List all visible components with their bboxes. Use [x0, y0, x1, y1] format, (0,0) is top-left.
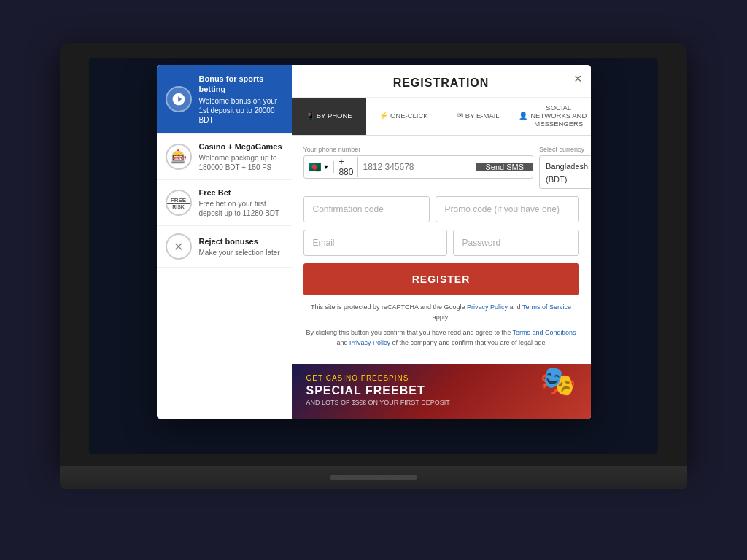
- privacy-policy-link-2[interactable]: Privacy Policy: [349, 339, 390, 346]
- send-sms-button[interactable]: Send SMS: [476, 163, 533, 171]
- casino-icon: 🎰: [166, 144, 192, 170]
- phone-flag-selector[interactable]: 🇧🇩 ▼: [304, 161, 335, 173]
- reject-bonus-desc: Make your selection later: [199, 248, 283, 257]
- legal-text-1: This site is protected by reCAPTCHA and …: [303, 303, 579, 322]
- terms-conditions-link[interactable]: Terms and Conditions: [512, 329, 576, 336]
- tab-email-label: BY E-MAIL: [465, 112, 500, 120]
- currency-value: Bangladeshi taka (BDT): [546, 162, 590, 184]
- register-button[interactable]: REGISTER: [303, 263, 579, 295]
- reject-bonus-title: Reject bonuses: [199, 236, 283, 246]
- freebet-icon: FREE RISK: [166, 190, 192, 216]
- phone-currency-row: Your phone number 🇧🇩 ▼ + 880: [303, 146, 579, 189]
- email-password-row: 🔑 👁: [303, 230, 579, 256]
- currency-section: Select currency Bangladeshi taka (BDT) ℹ…: [539, 146, 590, 189]
- banner-description: AND LOTS OF $$€€ ON YOUR FIRST DEPOSIT: [306, 399, 576, 406]
- email-tab-icon: ✉: [457, 112, 463, 120]
- phone-group: 🇧🇩 ▼ + 880 Send SMS: [303, 155, 534, 179]
- screen-bezel: Bonus for sports betting Welcome bonus o…: [60, 43, 687, 466]
- tab-one-click[interactable]: ⚡ ONE-CLICK: [366, 98, 441, 135]
- registration-modal: REGISTRATION × 📱 BY PHONE ⚡: [292, 65, 591, 419]
- social-tab-icon: 👤: [519, 112, 527, 120]
- casino-bonus-text: Casino + MegaGames Welcome package up to…: [199, 141, 283, 172]
- dialog-container: Bonus for sports betting Welcome bonus o…: [157, 65, 591, 419]
- freebet-bonus-title: Free Bet: [199, 187, 283, 198]
- tab-by-phone[interactable]: 📱 BY PHONE: [292, 98, 367, 135]
- phone-code: + 880: [334, 157, 358, 177]
- laptop-frame: Bonus for sports betting Welcome bonus o…: [60, 43, 687, 517]
- phone-label: Your phone number: [303, 146, 534, 153]
- bonus-reject[interactable]: ✕ Reject bonuses Make your selection lat…: [157, 226, 292, 268]
- modal-header: REGISTRATION ×: [292, 65, 591, 98]
- banner-characters: 🎭: [540, 364, 576, 398]
- legal-and-1: and: [508, 303, 522, 311]
- tab-phone-label: BY PHONE: [317, 112, 352, 120]
- trackpad-notch: [330, 475, 417, 480]
- legal-apply: apply.: [433, 314, 449, 321]
- screen: Bonus for sports betting Welcome bonus o…: [89, 58, 658, 454]
- freebet-bonus-text: Free Bet Free bet on your first deposit …: [199, 187, 283, 218]
- registration-tabs: 📱 BY PHONE ⚡ ONE-CLICK ✉ BY E-MAIL: [292, 98, 591, 136]
- casino-bonus-desc: Welcome package up to 180000 BDT + 150 F…: [199, 153, 283, 172]
- legal-text-2-end: of the company and confirm that you are …: [390, 339, 546, 346]
- oneclick-tab-icon: ⚡: [379, 112, 388, 120]
- phone-section: Your phone number 🇧🇩 ▼ + 880: [303, 146, 534, 189]
- confirmation-promo-row: Confirm: [303, 196, 579, 222]
- promo-input[interactable]: [436, 196, 579, 222]
- terms-of-service-link[interactable]: Terms of Service: [522, 303, 571, 311]
- casino-bonus-title: Casino + MegaGames: [199, 141, 283, 152]
- tab-by-email[interactable]: ✉ BY E-MAIL: [441, 98, 516, 135]
- phone-tab-icon: 📱: [306, 112, 314, 120]
- reject-icon: ✕: [166, 233, 192, 260]
- legal-text-2-prefix: By clicking this button you confirm that…: [306, 329, 512, 336]
- password-input[interactable]: [454, 230, 579, 255]
- form-body: Your phone number 🇧🇩 ▼ + 880: [292, 136, 591, 364]
- laptop-base: [60, 466, 687, 489]
- legal-text-1-prefix: This site is protected by reCAPTCHA and …: [311, 303, 467, 311]
- modal-title: REGISTRATION: [393, 77, 489, 89]
- bonus-casino[interactable]: 🎰 Casino + MegaGames Welcome package up …: [157, 134, 292, 180]
- confirmation-input[interactable]: [304, 197, 430, 222]
- bonuses-panel: Bonus for sports betting Welcome bonus o…: [157, 65, 292, 419]
- banner-title: SPECIAL FREEBET: [306, 384, 576, 397]
- confirmation-group: Confirm: [303, 196, 430, 222]
- sports-bonus-text: Bonus for sports betting Welcome bonus o…: [199, 74, 283, 125]
- bonus-freebet[interactable]: FREE RISK Free Bet Free bet on your firs…: [157, 180, 292, 226]
- close-button[interactable]: ×: [574, 72, 582, 85]
- tab-social[interactable]: 👤 SOCIAL NETWORKS AND MESSENGERS: [516, 98, 591, 135]
- phone-input[interactable]: [358, 156, 476, 178]
- sports-bonus-desc: Welcome bonus on your 1st deposit up to …: [199, 96, 283, 125]
- flag-emoji: 🇧🇩: [309, 161, 321, 173]
- modal-overlay: Bonus for sports betting Welcome bonus o…: [89, 58, 658, 454]
- sports-icon: [166, 86, 192, 112]
- legal-text-2: By clicking this button you confirm that…: [303, 328, 579, 348]
- currency-selector[interactable]: Bangladeshi taka (BDT) ℹ ▼: [539, 155, 590, 189]
- sports-bonus-title: Bonus for sports betting: [199, 74, 283, 95]
- tab-oneclick-label: ONE-CLICK: [390, 112, 428, 120]
- freebet-bonus-desc: Free bet on your first deposit up to 112…: [199, 199, 283, 218]
- banner-subtitle: GET CASINO FREESPINS: [306, 374, 576, 382]
- casino-banner[interactable]: GET CASINO FREESPINS SPECIAL FREEBET AND…: [292, 364, 591, 419]
- site-background: Bonus for sports betting Welcome bonus o…: [89, 58, 658, 454]
- currency-label: Select currency: [539, 146, 590, 153]
- flag-chevron: ▼: [323, 163, 330, 171]
- tab-social-label: SOCIAL NETWORKS AND MESSENGERS: [530, 104, 588, 128]
- password-group: 🔑 👁: [453, 230, 579, 256]
- reject-bonus-text: Reject bonuses Make your selection later: [199, 236, 283, 257]
- bonus-sports[interactable]: Bonus for sports betting Welcome bonus o…: [157, 65, 292, 134]
- legal-and-2: and: [336, 339, 349, 346]
- currency-display: Bangladeshi taka (BDT): [546, 159, 590, 185]
- privacy-policy-link-1[interactable]: Privacy Policy: [467, 303, 508, 311]
- email-input[interactable]: [303, 230, 447, 256]
